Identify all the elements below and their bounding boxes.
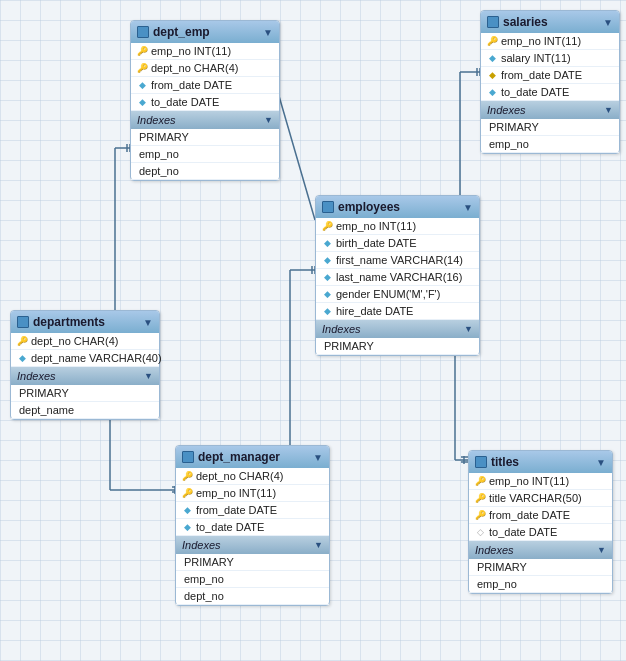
field-row: ◆ hire_date DATE [316, 303, 479, 320]
table-header-salaries[interactable]: salaries ▼ [481, 11, 619, 33]
indexes-arrow: ▼ [314, 540, 323, 550]
table-icon-titles [475, 456, 487, 468]
indexes-arrow: ▼ [464, 324, 473, 334]
index-row: PRIMARY [316, 338, 479, 355]
key-icon: 🔑 [137, 46, 147, 56]
dropdown-arrow-titles: ▼ [596, 457, 606, 468]
indexes-header-employees[interactable]: Indexes ▼ [316, 320, 479, 338]
index-row: dept_no [176, 588, 329, 605]
index-row: PRIMARY [11, 385, 159, 402]
table-title-dept-manager: dept_manager [198, 450, 309, 464]
table-icon-employees [322, 201, 334, 213]
diamond-icon: ◆ [137, 97, 147, 107]
field-name: to_date DATE [151, 96, 219, 108]
indexes-label: Indexes [475, 544, 514, 556]
diamond-icon: ◆ [322, 306, 332, 316]
indexes-header-departments[interactable]: Indexes ▼ [11, 367, 159, 385]
diamond-icon: ◆ [487, 87, 497, 97]
key-icon: 🔑 [487, 36, 497, 46]
dropdown-arrow-dept-manager: ▼ [313, 452, 323, 463]
indexes-header-dept-manager[interactable]: Indexes ▼ [176, 536, 329, 554]
field-name: last_name VARCHAR(16) [336, 271, 462, 283]
indexes-arrow: ▼ [597, 545, 606, 555]
field-row: ◆ birth_date DATE [316, 235, 479, 252]
indexes-label: Indexes [182, 539, 221, 551]
fields-titles: 🔑 emp_no INT(11) 🔑 title VARCHAR(50) 🔑 f… [469, 473, 612, 541]
field-name: dept_name VARCHAR(40) [31, 352, 162, 364]
index-row: emp_no [481, 136, 619, 153]
fields-dept-emp: 🔑 emp_no INT(11) 🔑 dept_no CHAR(4) ◆ fro… [131, 43, 279, 111]
field-name: birth_date DATE [336, 237, 417, 249]
diamond-icon: ◆ [182, 505, 192, 515]
table-header-titles[interactable]: titles ▼ [469, 451, 612, 473]
index-row: emp_no [176, 571, 329, 588]
table-salaries[interactable]: salaries ▼ 🔑 emp_no INT(11) ◆ salary INT… [480, 10, 620, 154]
dropdown-arrow-salaries: ▼ [603, 17, 613, 28]
table-header-departments[interactable]: departments ▼ [11, 311, 159, 333]
indexes-header-dept-emp[interactable]: Indexes ▼ [131, 111, 279, 129]
field-row: 🔑 dept_no CHAR(4) [131, 60, 279, 77]
indexes-header-salaries[interactable]: Indexes ▼ [481, 101, 619, 119]
field-name: dept_no CHAR(4) [151, 62, 238, 74]
table-title-salaries: salaries [503, 15, 599, 29]
diamond-icon: ◆ [322, 289, 332, 299]
index-row: PRIMARY [469, 559, 612, 576]
table-icon-salaries [487, 16, 499, 28]
field-name: emp_no INT(11) [336, 220, 416, 232]
index-row: dept_no [131, 163, 279, 180]
fields-employees: 🔑 emp_no INT(11) ◆ birth_date DATE ◆ fir… [316, 218, 479, 320]
field-row: 🔑 emp_no INT(11) [131, 43, 279, 60]
dropdown-arrow-departments: ▼ [143, 317, 153, 328]
field-row: ◆ dept_name VARCHAR(40) [11, 350, 159, 367]
field-name: hire_date DATE [336, 305, 413, 317]
indexes-arrow: ▼ [144, 371, 153, 381]
key-icon: 🔑 [182, 471, 192, 481]
field-name: emp_no INT(11) [489, 475, 569, 487]
field-row: 🔑 emp_no INT(11) [316, 218, 479, 235]
indexes-arrow: ▼ [264, 115, 273, 125]
table-icon-departments [17, 316, 29, 328]
key-yellow-icon: 🔑 [475, 510, 485, 520]
field-row: ◆ first_name VARCHAR(14) [316, 252, 479, 269]
table-employees[interactable]: employees ▼ 🔑 emp_no INT(11) ◆ birth_dat… [315, 195, 480, 356]
diamond-icon: ◆ [137, 80, 147, 90]
field-row: ◆ from_date DATE [481, 67, 619, 84]
field-name: dept_no CHAR(4) [196, 470, 283, 482]
key-icon: 🔑 [475, 476, 485, 486]
fields-salaries: 🔑 emp_no INT(11) ◆ salary INT(11) ◆ from… [481, 33, 619, 101]
diamond-icon: ◆ [182, 522, 192, 532]
table-departments[interactable]: departments ▼ 🔑 dept_no CHAR(4) ◆ dept_n… [10, 310, 160, 420]
field-name: from_date DATE [501, 69, 582, 81]
table-icon-dept-emp [137, 26, 149, 38]
field-row: 🔑 emp_no INT(11) [176, 485, 329, 502]
diamond-icon: ◆ [17, 353, 27, 363]
diamond-yellow-icon: ◆ [487, 70, 497, 80]
index-row: emp_no [469, 576, 612, 593]
field-row: ◇ to_date DATE [469, 524, 612, 541]
table-dept-emp[interactable]: dept_emp ▼ 🔑 emp_no INT(11) 🔑 dept_no CH… [130, 20, 280, 181]
diamond-icon: ◆ [322, 238, 332, 248]
field-name: title VARCHAR(50) [489, 492, 582, 504]
key-icon: 🔑 [137, 63, 147, 73]
field-row: ◆ from_date DATE [131, 77, 279, 94]
index-row: PRIMARY [481, 119, 619, 136]
field-name: from_date DATE [489, 509, 570, 521]
table-header-dept-emp[interactable]: dept_emp ▼ [131, 21, 279, 43]
table-header-employees[interactable]: employees ▼ [316, 196, 479, 218]
fields-departments: 🔑 dept_no CHAR(4) ◆ dept_name VARCHAR(40… [11, 333, 159, 367]
indexes-label: Indexes [137, 114, 176, 126]
table-dept-manager[interactable]: dept_manager ▼ 🔑 dept_no CHAR(4) 🔑 emp_n… [175, 445, 330, 606]
table-header-dept-manager[interactable]: dept_manager ▼ [176, 446, 329, 468]
indexes-label: Indexes [17, 370, 56, 382]
dropdown-arrow-dept-emp: ▼ [263, 27, 273, 38]
table-titles[interactable]: titles ▼ 🔑 emp_no INT(11) 🔑 title VARCHA… [468, 450, 613, 594]
index-row: emp_no [131, 146, 279, 163]
field-row: 🔑 emp_no INT(11) [469, 473, 612, 490]
field-name: to_date DATE [489, 526, 557, 538]
field-name: salary INT(11) [501, 52, 571, 64]
indexes-header-titles[interactable]: Indexes ▼ [469, 541, 612, 559]
field-row: 🔑 emp_no INT(11) [481, 33, 619, 50]
indexes-arrow: ▼ [604, 105, 613, 115]
field-name: emp_no INT(11) [501, 35, 581, 47]
diamond-icon: ◆ [322, 272, 332, 282]
